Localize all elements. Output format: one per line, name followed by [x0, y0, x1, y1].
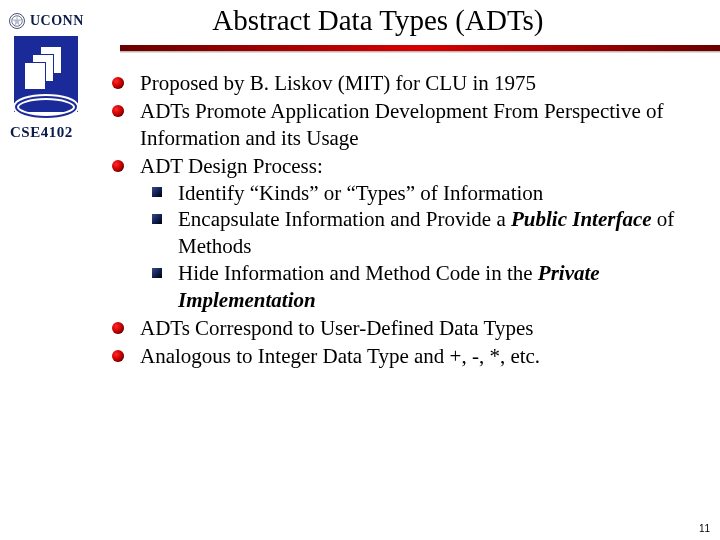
square-bullet-icon [152, 187, 162, 197]
circle-bullet-icon [112, 322, 124, 334]
list-item: ADTs Promote Application Development Fro… [112, 98, 702, 152]
bullet-text-em: Public Interface [511, 207, 652, 231]
circle-bullet-icon [112, 160, 124, 172]
bullet-text: ADT Design Process: [140, 154, 323, 178]
slide-title: Abstract Data Types (ADTs) [84, 4, 712, 37]
circle-bullet-icon [112, 350, 124, 362]
header: UCONN Abstract Data Types (ADTs) [0, 0, 720, 37]
course-code: CSE4102 [10, 124, 100, 141]
sub-bullet-list: Identify “Kinds” or “Types” of Informati… [152, 180, 702, 314]
list-item: Hide Information and Method Code in the … [152, 260, 702, 314]
circle-bullet-icon [112, 77, 124, 89]
list-item: Identify “Kinds” or “Types” of Informati… [152, 180, 702, 207]
logo-ring-icon [12, 92, 80, 122]
bullet-list: Proposed by B. Liskov (MIT) for CLU in 1… [112, 70, 702, 370]
bullet-text: ADTs Correspond to User-Defined Data Typ… [140, 316, 533, 340]
slide-content: Proposed by B. Liskov (MIT) for CLU in 1… [112, 70, 702, 371]
sidebar: CSE4102 [10, 30, 100, 141]
circle-bullet-icon [112, 105, 124, 117]
bullet-text: Identify “Kinds” or “Types” of Informati… [178, 181, 543, 205]
list-item: ADT Design Process: Identify “Kinds” or … [112, 153, 702, 314]
square-bullet-icon [152, 268, 162, 278]
list-item: ADTs Correspond to User-Defined Data Typ… [112, 315, 702, 342]
bullet-text: Analogous to Integer Data Type and +, -,… [140, 344, 540, 368]
uconn-seal-icon [8, 12, 26, 30]
bullet-text-pre: Encapsulate Information and Provide a [178, 207, 511, 231]
list-item: Encapsulate Information and Provide a Pu… [152, 206, 702, 260]
bullet-text: Proposed by B. Liskov (MIT) for CLU in 1… [140, 71, 536, 95]
title-divider [120, 45, 720, 51]
cse-logo-icon [10, 30, 82, 118]
list-item: Proposed by B. Liskov (MIT) for CLU in 1… [112, 70, 702, 97]
brand-name: UCONN [30, 13, 84, 29]
bullet-text-pre: Hide Information and Method Code in the [178, 261, 538, 285]
page-number: 11 [699, 523, 710, 534]
list-item: Analogous to Integer Data Type and +, -,… [112, 343, 702, 370]
bullet-text: ADTs Promote Application Development Fro… [140, 99, 663, 150]
uconn-badge: UCONN [8, 12, 84, 30]
square-bullet-icon [152, 214, 162, 224]
